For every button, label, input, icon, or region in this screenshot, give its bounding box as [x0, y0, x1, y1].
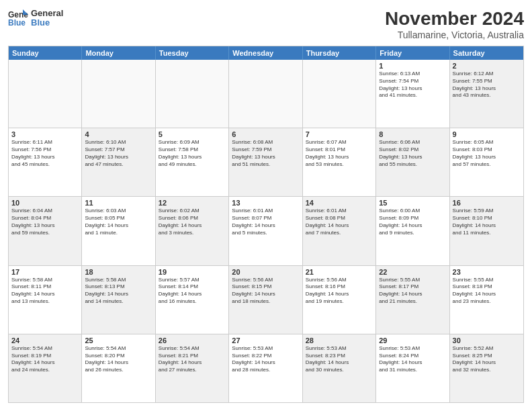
cal-cell-0-1 [82, 60, 155, 128]
cal-cell-4-1: 25Sunrise: 5:54 AM Sunset: 8:20 PM Dayli… [82, 334, 155, 402]
day-number: 12 [159, 199, 226, 207]
day-info: Sunrise: 6:06 AM Sunset: 8:02 PM Dayligh… [379, 139, 446, 168]
cal-cell-0-6: 2Sunrise: 6:12 AM Sunset: 7:55 PM Daylig… [450, 60, 523, 128]
day-number: 27 [232, 336, 299, 345]
day-info: Sunrise: 5:53 AM Sunset: 8:22 PM Dayligh… [232, 345, 299, 374]
day-number: 26 [159, 336, 226, 345]
cal-cell-1-3: 6Sunrise: 6:08 AM Sunset: 7:59 PM Daylig… [229, 128, 302, 196]
cal-cell-3-5: 22Sunrise: 5:55 AM Sunset: 8:17 PM Dayli… [376, 266, 449, 334]
day-number: 22 [379, 268, 446, 276]
logo-text-line2: Blue [31, 18, 63, 28]
subtitle: Tullamarine, Victoria, Australia [385, 30, 524, 40]
day-info: Sunrise: 5:59 AM Sunset: 8:10 PM Dayligh… [453, 208, 521, 236]
cal-cell-4-0: 24Sunrise: 5:54 AM Sunset: 8:19 PM Dayli… [9, 334, 82, 402]
cal-cell-2-1: 11Sunrise: 6:03 AM Sunset: 8:05 PM Dayli… [82, 197, 155, 265]
header-day-friday: Friday [376, 46, 449, 60]
calendar-body: 1Sunrise: 6:13 AM Sunset: 7:54 PM Daylig… [9, 60, 523, 402]
header-day-saturday: Saturday [450, 46, 523, 60]
day-number: 10 [11, 199, 79, 207]
cal-cell-2-4: 14Sunrise: 6:01 AM Sunset: 8:08 PM Dayli… [303, 197, 376, 265]
day-number: 28 [306, 336, 373, 345]
header-day-monday: Monday [82, 46, 155, 60]
day-info: Sunrise: 5:53 AM Sunset: 8:23 PM Dayligh… [306, 345, 373, 374]
day-info: Sunrise: 5:56 AM Sunset: 8:15 PM Dayligh… [232, 277, 299, 306]
day-info: Sunrise: 5:54 AM Sunset: 8:21 PM Dayligh… [159, 345, 226, 374]
cal-cell-1-4: 7Sunrise: 6:07 AM Sunset: 8:01 PM Daylig… [303, 128, 376, 196]
day-number: 13 [232, 199, 299, 207]
day-number: 4 [85, 130, 152, 138]
cal-cell-3-6: 23Sunrise: 5:55 AM Sunset: 8:18 PM Dayli… [450, 266, 523, 334]
calendar-header: SundayMondayTuesdayWednesdayThursdayFrid… [9, 46, 523, 60]
day-info: Sunrise: 5:52 AM Sunset: 8:25 PM Dayligh… [453, 345, 521, 374]
cal-cell-4-6: 30Sunrise: 5:52 AM Sunset: 8:25 PM Dayli… [450, 334, 523, 402]
header-day-sunday: Sunday [9, 46, 82, 60]
day-number: 17 [11, 268, 79, 276]
cal-cell-4-3: 27Sunrise: 5:53 AM Sunset: 8:22 PM Dayli… [229, 334, 302, 402]
day-number: 29 [379, 336, 446, 345]
calendar-row-1: 3Sunrise: 6:11 AM Sunset: 7:56 PM Daylig… [9, 128, 523, 197]
calendar-row-0: 1Sunrise: 6:13 AM Sunset: 7:54 PM Daylig… [9, 60, 523, 128]
header-day-thursday: Thursday [303, 46, 376, 60]
cal-cell-2-5: 15Sunrise: 6:00 AM Sunset: 8:09 PM Dayli… [376, 197, 449, 265]
day-number: 23 [453, 268, 521, 276]
day-info: Sunrise: 5:53 AM Sunset: 8:24 PM Dayligh… [379, 345, 446, 374]
day-info: Sunrise: 6:01 AM Sunset: 8:08 PM Dayligh… [306, 208, 373, 236]
day-number: 5 [159, 130, 226, 138]
cal-cell-2-6: 16Sunrise: 5:59 AM Sunset: 8:10 PM Dayli… [450, 197, 523, 265]
logo-icon: General Blue [8, 8, 28, 28]
logo-text-line1: General [31, 9, 63, 18]
cal-cell-4-5: 29Sunrise: 5:53 AM Sunset: 8:24 PM Dayli… [376, 334, 449, 402]
cal-cell-2-2: 12Sunrise: 6:02 AM Sunset: 8:06 PM Dayli… [156, 197, 229, 265]
day-info: Sunrise: 6:11 AM Sunset: 7:56 PM Dayligh… [11, 139, 79, 168]
day-number: 19 [159, 268, 226, 276]
header: General Blue General Blue November 2024 … [8, 8, 524, 40]
day-info: Sunrise: 5:57 AM Sunset: 8:14 PM Dayligh… [159, 277, 226, 306]
cal-cell-0-2 [156, 60, 229, 128]
day-info: Sunrise: 6:04 AM Sunset: 8:04 PM Dayligh… [11, 208, 79, 236]
cal-cell-0-0 [9, 60, 82, 128]
day-number: 14 [306, 199, 373, 207]
cal-cell-3-3: 20Sunrise: 5:56 AM Sunset: 8:15 PM Dayli… [229, 266, 302, 334]
day-info: Sunrise: 6:13 AM Sunset: 7:54 PM Dayligh… [379, 71, 446, 99]
calendar: SundayMondayTuesdayWednesdayThursdayFrid… [8, 46, 524, 403]
day-info: Sunrise: 6:02 AM Sunset: 8:06 PM Dayligh… [159, 208, 226, 236]
cal-cell-1-6: 9Sunrise: 6:05 AM Sunset: 8:03 PM Daylig… [450, 128, 523, 196]
day-number: 2 [453, 62, 521, 70]
day-info: Sunrise: 6:12 AM Sunset: 7:55 PM Dayligh… [453, 71, 521, 99]
day-number: 24 [11, 336, 79, 345]
calendar-row-2: 10Sunrise: 6:04 AM Sunset: 8:04 PM Dayli… [9, 197, 523, 265]
svg-text:Blue: Blue [8, 18, 26, 28]
calendar-row-4: 24Sunrise: 5:54 AM Sunset: 8:19 PM Dayli… [9, 334, 523, 402]
day-info: Sunrise: 5:58 AM Sunset: 8:13 PM Dayligh… [85, 277, 152, 306]
cal-cell-3-2: 19Sunrise: 5:57 AM Sunset: 8:14 PM Dayli… [156, 266, 229, 334]
cal-cell-1-5: 8Sunrise: 6:06 AM Sunset: 8:02 PM Daylig… [376, 128, 449, 196]
day-number: 8 [379, 130, 446, 138]
cal-cell-1-2: 5Sunrise: 6:09 AM Sunset: 7:58 PM Daylig… [156, 128, 229, 196]
day-info: Sunrise: 6:07 AM Sunset: 8:01 PM Dayligh… [306, 139, 373, 168]
day-info: Sunrise: 6:05 AM Sunset: 8:03 PM Dayligh… [453, 139, 521, 168]
cal-cell-1-0: 3Sunrise: 6:11 AM Sunset: 7:56 PM Daylig… [9, 128, 82, 196]
day-number: 3 [11, 130, 79, 138]
day-info: Sunrise: 5:56 AM Sunset: 8:16 PM Dayligh… [306, 277, 373, 306]
header-day-tuesday: Tuesday [156, 46, 229, 60]
day-number: 21 [306, 268, 373, 276]
day-number: 16 [453, 199, 521, 207]
day-number: 18 [85, 268, 152, 276]
cal-cell-1-1: 4Sunrise: 6:10 AM Sunset: 7:57 PM Daylig… [82, 128, 155, 196]
title-block: November 2024 Tullamarine, Victoria, Aus… [385, 8, 524, 40]
day-number: 20 [232, 268, 299, 276]
page: General Blue General Blue November 2024 … [0, 0, 532, 411]
cal-cell-0-5: 1Sunrise: 6:13 AM Sunset: 7:54 PM Daylig… [376, 60, 449, 128]
logo: General Blue General Blue [8, 8, 63, 28]
day-info: Sunrise: 5:54 AM Sunset: 8:20 PM Dayligh… [85, 345, 152, 374]
cal-cell-0-4 [303, 60, 376, 128]
day-number: 30 [453, 336, 521, 345]
day-number: 7 [306, 130, 373, 138]
day-number: 25 [85, 336, 152, 345]
cal-cell-2-3: 13Sunrise: 6:01 AM Sunset: 8:07 PM Dayli… [229, 197, 302, 265]
day-info: Sunrise: 5:55 AM Sunset: 8:18 PM Dayligh… [453, 277, 521, 306]
main-title: November 2024 [385, 8, 524, 30]
day-info: Sunrise: 6:01 AM Sunset: 8:07 PM Dayligh… [232, 208, 299, 236]
header-day-wednesday: Wednesday [229, 46, 302, 60]
cal-cell-2-0: 10Sunrise: 6:04 AM Sunset: 8:04 PM Dayli… [9, 197, 82, 265]
